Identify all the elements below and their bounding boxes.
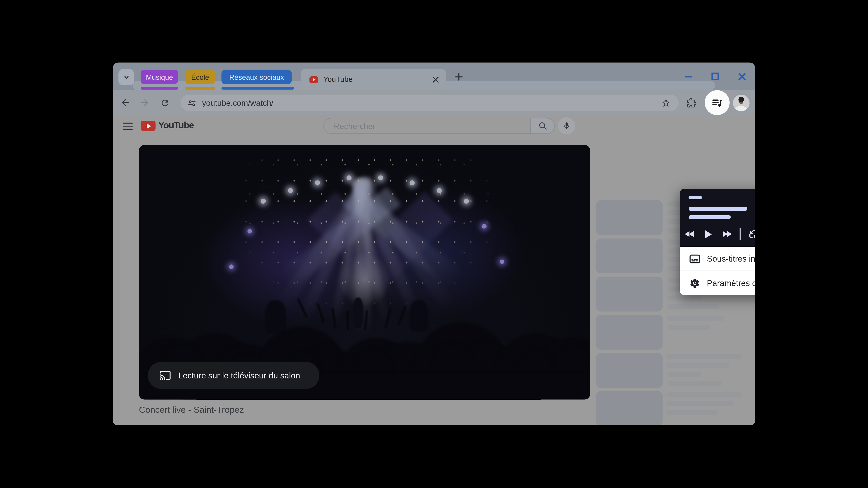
skeleton-text-line bbox=[667, 316, 725, 321]
tab-group-chip-reseaux-sociaux[interactable]: Réseaux sociaux bbox=[221, 70, 292, 84]
voice-search-button[interactable] bbox=[558, 117, 575, 134]
window-maximize-button[interactable] bbox=[704, 63, 726, 90]
picture-in-picture-button[interactable] bbox=[744, 225, 755, 243]
tab-group-underline bbox=[221, 87, 294, 90]
tab-group-label: Réseaux sociaux bbox=[229, 73, 284, 81]
live-caption-icon bbox=[689, 253, 700, 264]
media-title-skeleton-bar bbox=[689, 207, 747, 211]
rewind-button[interactable] bbox=[680, 225, 699, 243]
skeleton-thumbnail bbox=[596, 315, 663, 350]
media-controls-popup: Sous-titres instantanés Paramètres des s… bbox=[680, 189, 755, 295]
tab-group-underline bbox=[141, 87, 178, 90]
concert-scene-element bbox=[139, 145, 590, 400]
plus-icon bbox=[455, 72, 463, 81]
skeleton-text-line bbox=[667, 325, 710, 330]
fast-forward-icon bbox=[721, 230, 733, 238]
skeleton-thumbnail bbox=[596, 276, 663, 311]
skeleton-text-line bbox=[667, 295, 702, 300]
picture-in-picture-icon bbox=[747, 228, 755, 240]
address-bar[interactable]: youtube.com/watch/ bbox=[180, 95, 679, 111]
video-title: Concert live - Saint-Tropez bbox=[139, 405, 244, 415]
controls-divider bbox=[740, 228, 741, 240]
forward-arrow-icon bbox=[140, 97, 150, 108]
youtube-search-button[interactable] bbox=[530, 118, 555, 134]
hamburger-menu-icon bbox=[123, 122, 133, 131]
tab-group-label: École bbox=[191, 73, 209, 81]
skeleton-text-line bbox=[667, 392, 741, 397]
search-input[interactable] bbox=[333, 121, 512, 131]
back-button[interactable] bbox=[118, 95, 133, 110]
skeleton-text-line bbox=[667, 363, 729, 368]
window-close-button[interactable] bbox=[731, 63, 753, 90]
close-icon bbox=[432, 76, 439, 83]
skeleton-thumbnail bbox=[596, 238, 663, 273]
tab-group-chip-musique[interactable]: Musique bbox=[141, 70, 178, 84]
reload-icon bbox=[160, 98, 170, 107]
tab-group-underline bbox=[185, 87, 215, 90]
new-tab-button[interactable] bbox=[454, 71, 465, 83]
media-playback-controls bbox=[680, 225, 755, 243]
youtube-menu-button[interactable] bbox=[123, 122, 133, 133]
media-title-skeleton-bar bbox=[689, 196, 702, 199]
bookmark-star-icon[interactable] bbox=[661, 98, 671, 108]
caption-settings-row[interactable]: Paramètres des sous-titres bbox=[680, 271, 755, 295]
cast-status-label: Lecture sur le téléviseur du salon bbox=[178, 371, 300, 380]
close-icon bbox=[737, 72, 747, 81]
site-settings-icon bbox=[187, 98, 197, 108]
url-text: youtube.com/watch/ bbox=[202, 98, 661, 107]
settings-gear-icon bbox=[689, 278, 700, 289]
active-tab-youtube[interactable]: YouTube bbox=[301, 69, 446, 90]
skeleton-thumbnail bbox=[596, 200, 663, 235]
browser-window: Musique École Réseaux sociaux YouTube bbox=[113, 63, 755, 425]
skeleton-text-line bbox=[667, 410, 717, 415]
search-icon bbox=[538, 121, 547, 131]
browser-toolbar: youtube.com/watch/ bbox=[113, 90, 755, 115]
tab-search-button[interactable] bbox=[119, 69, 134, 85]
cast-icon bbox=[159, 369, 171, 381]
skeleton-thumbnail bbox=[596, 353, 663, 388]
mic-icon bbox=[562, 122, 571, 130]
tab-title: YouTube bbox=[323, 75, 431, 84]
play-button[interactable] bbox=[699, 225, 717, 243]
screenshot-stage: Musique École Réseaux sociaux YouTube bbox=[0, 0, 868, 488]
media-session-card bbox=[680, 189, 755, 247]
profile-avatar[interactable] bbox=[733, 95, 749, 111]
youtube-favicon-icon bbox=[309, 76, 318, 83]
skeleton-thumbnail bbox=[596, 391, 663, 425]
extensions-puzzle-icon bbox=[686, 98, 696, 107]
rewind-icon bbox=[683, 230, 695, 238]
skeleton-text-line bbox=[667, 372, 702, 377]
tab-group-chip-ecole[interactable]: École bbox=[185, 70, 215, 84]
video-player[interactable]: Lecture sur le téléviseur du salon bbox=[139, 145, 590, 400]
window-minimize-button[interactable] bbox=[678, 63, 700, 90]
play-icon bbox=[704, 229, 712, 239]
extensions-button[interactable] bbox=[684, 95, 699, 110]
live-caption-label: Sous-titres instantanés bbox=[707, 254, 755, 263]
youtube-logo-icon[interactable] bbox=[141, 121, 156, 131]
media-controls-button[interactable] bbox=[705, 90, 730, 115]
cast-status-pill[interactable]: Lecture sur le téléviseur du salon bbox=[148, 362, 319, 389]
skeleton-text-line bbox=[667, 354, 741, 359]
media-controls-playlist-icon bbox=[710, 96, 724, 109]
youtube-page: YouTube Lecture sur le téléviseur du sal… bbox=[113, 115, 755, 425]
tab-group-label: Musique bbox=[146, 73, 173, 81]
caption-settings-label: Paramètres des sous-titres bbox=[707, 278, 755, 288]
chevron-down-icon bbox=[123, 74, 130, 81]
forward-button[interactable] bbox=[137, 95, 152, 110]
skeleton-text-line bbox=[667, 401, 734, 406]
tab-close-button[interactable] bbox=[431, 74, 440, 84]
maximize-icon bbox=[711, 72, 719, 80]
youtube-search-box[interactable] bbox=[323, 118, 530, 134]
media-title-skeleton-bar bbox=[689, 215, 731, 219]
youtube-wordmark: YouTube bbox=[158, 120, 194, 131]
skeleton-text-line bbox=[667, 381, 722, 386]
back-arrow-icon bbox=[120, 97, 131, 108]
skeleton-text-line bbox=[667, 304, 720, 309]
minimize-icon bbox=[684, 72, 693, 80]
fast-forward-button[interactable] bbox=[717, 225, 736, 243]
live-caption-row[interactable]: Sous-titres instantanés bbox=[680, 247, 755, 270]
tab-strip: Musique École Réseaux sociaux YouTube bbox=[113, 63, 755, 90]
reload-button[interactable] bbox=[157, 95, 172, 110]
